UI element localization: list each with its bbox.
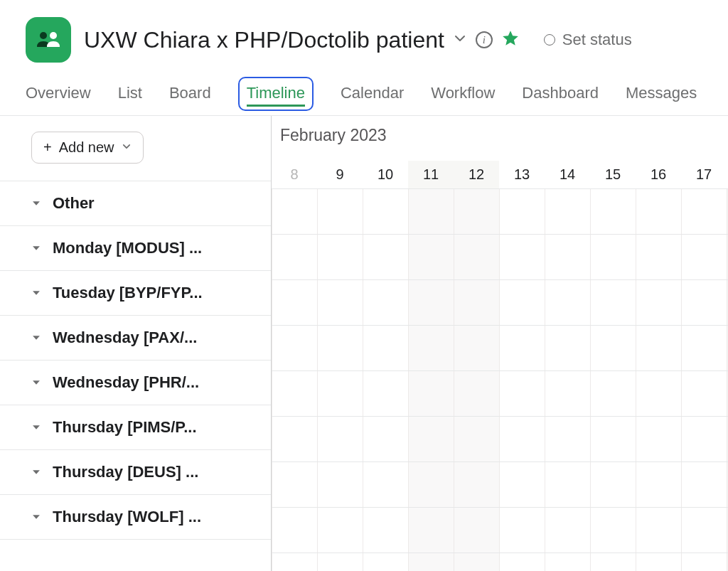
section-row[interactable]: Thursday [DEUS] ... — [0, 449, 271, 494]
section-label: Wednesday [PAX/... — [53, 329, 197, 347]
tab-list[interactable]: List — [118, 74, 142, 115]
section-label: Monday [MODUS] ... — [53, 239, 202, 257]
section-row[interactable]: Wednesday [PHR/... — [0, 360, 271, 405]
grid-vline — [681, 188, 682, 571]
tab-overview[interactable]: Overview — [26, 74, 91, 115]
chevron-down-icon[interactable] — [453, 31, 467, 48]
section-row[interactable]: Thursday [PIMS/P... — [0, 405, 271, 449]
grid-hline — [272, 461, 728, 462]
svg-point-0 — [40, 32, 47, 39]
svg-point-1 — [50, 32, 57, 39]
sections-sidebar: + Add new OtherMonday [MODUS] ...Tuesday… — [0, 116, 272, 571]
chevron-down-icon — [122, 142, 132, 154]
month-label: February 2023 — [272, 116, 728, 145]
plus-icon: + — [43, 139, 52, 156]
people-icon — [36, 30, 61, 50]
section-label: Tuesday [BYP/FYP... — [53, 284, 203, 302]
info-icon[interactable]: i — [476, 31, 493, 48]
collapse-caret-icon[interactable] — [31, 284, 41, 302]
section-label: Other — [53, 194, 95, 213]
add-new-label: Add new — [59, 139, 114, 156]
section-row[interactable]: Other — [0, 181, 271, 225]
status-circle-icon — [544, 34, 555, 46]
day-header-cell[interactable]: 14 — [545, 166, 590, 183]
collapse-caret-icon[interactable] — [31, 329, 41, 347]
tab-messages[interactable]: Messages — [626, 74, 697, 115]
section-list: OtherMonday [MODUS] ...Tuesday [BYP/FYP.… — [0, 181, 271, 540]
grid-vline — [545, 188, 545, 571]
grid-hline — [272, 370, 728, 371]
tab-timeline-focus[interactable]: Timeline — [238, 77, 314, 111]
tab-calendar[interactable]: Calendar — [341, 74, 404, 115]
project-icon[interactable] — [26, 17, 71, 63]
set-status-label: Set status — [562, 31, 632, 49]
section-label: Thursday [DEUS] ... — [53, 463, 198, 481]
collapse-caret-icon[interactable] — [31, 463, 41, 481]
section-label: Thursday [PIMS/P... — [53, 418, 197, 437]
day-header-cell[interactable]: 9 — [317, 166, 363, 183]
star-icon[interactable] — [501, 29, 520, 50]
day-header-cell[interactable]: 10 — [363, 166, 408, 183]
project-header: UXW Chiara x PHP/Doctolib patient i Set … — [0, 0, 728, 74]
section-row[interactable]: Wednesday [PAX/... — [0, 315, 271, 360]
grid-vline — [363, 188, 363, 571]
timeline-grid[interactable] — [272, 188, 728, 571]
grid-hline — [272, 507, 728, 508]
day-header-cell[interactable]: 13 — [499, 166, 545, 183]
day-header-cell[interactable]: 16 — [636, 166, 681, 183]
day-header-cell[interactable]: 15 — [590, 166, 636, 183]
collapse-caret-icon[interactable] — [31, 194, 41, 213]
collapse-caret-icon[interactable] — [31, 508, 41, 526]
project-title[interactable]: UXW Chiara x PHP/Doctolib patient — [84, 27, 444, 53]
grid-hline — [272, 553, 728, 553]
grid-hline — [272, 188, 728, 189]
grid-hline — [272, 325, 728, 326]
grid-vline — [317, 188, 318, 571]
section-row[interactable]: Monday [MODUS] ... — [0, 225, 271, 270]
grid-vline — [454, 188, 454, 571]
tab-dashboard[interactable]: Dashboard — [522, 74, 599, 115]
day-header-cell[interactable]: 17 — [681, 166, 727, 183]
day-header-row: 891011121314151617 — [272, 145, 728, 188]
grid-vline — [590, 188, 591, 571]
day-header-cell[interactable]: 11 — [408, 166, 454, 183]
section-row[interactable]: Thursday [WOLF] ... — [0, 494, 271, 540]
tab-workflow[interactable]: Workflow — [431, 74, 495, 115]
grid-vline — [727, 188, 727, 571]
section-row[interactable]: Tuesday [BYP/FYP... — [0, 270, 271, 315]
day-header-cell[interactable]: 8 — [272, 166, 317, 183]
title-wrap: UXW Chiara x PHP/Doctolib patient i Set … — [84, 27, 632, 53]
tabs-bar: Overview List Board Timeline Calendar Wo… — [0, 74, 728, 116]
collapse-caret-icon[interactable] — [31, 418, 41, 437]
collapse-caret-icon[interactable] — [31, 239, 41, 257]
tab-timeline[interactable]: Timeline — [247, 84, 305, 107]
day-header-cell[interactable]: 12 — [454, 166, 499, 183]
section-label: Thursday [WOLF] ... — [53, 508, 201, 526]
tab-board[interactable]: Board — [169, 74, 211, 115]
section-label: Wednesday [PHR/... — [53, 373, 199, 392]
grid-vline — [408, 188, 409, 571]
add-new-button[interactable]: + Add new — [31, 132, 144, 164]
set-status-button[interactable]: Set status — [544, 31, 632, 49]
grid-hline — [272, 416, 728, 417]
grid-vline — [636, 188, 636, 571]
body-row: + Add new OtherMonday [MODUS] ...Tuesday… — [0, 116, 728, 571]
grid-hline — [272, 279, 728, 280]
grid-vline — [499, 188, 500, 571]
timeline-pane[interactable]: February 2023 891011121314151617 — [272, 116, 728, 571]
grid-hline — [272, 234, 728, 235]
collapse-caret-icon[interactable] — [31, 373, 41, 392]
grid-vline — [272, 188, 272, 571]
